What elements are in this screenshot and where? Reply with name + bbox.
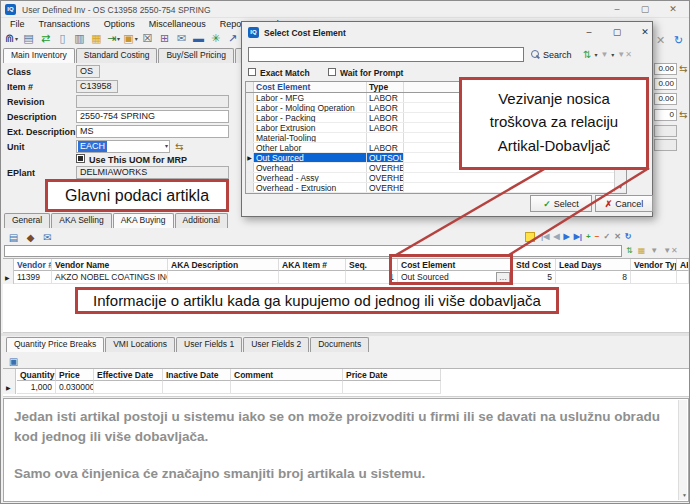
cell-price_date[interactable] (343, 381, 441, 394)
cell-comment[interactable] (231, 381, 343, 394)
copy-grid-icon[interactable]: ▣ (6, 353, 21, 369)
menu-transactions[interactable]: Transactions (32, 18, 97, 30)
cell-quantity[interactable]: 1,000 (17, 381, 56, 394)
cancel-edit-icon[interactable]: ✕ (614, 232, 621, 241)
tab-general[interactable]: General (4, 213, 50, 228)
tab-aka-buying[interactable]: AKA Buying (113, 213, 174, 228)
cell-vendor_name[interactable]: AKZO NOBEL COATINGS INC (52, 271, 168, 284)
post-edit-icon[interactable]: ✓ (603, 232, 610, 241)
col-effective-date[interactable]: Effective Date (94, 369, 163, 381)
tab-main-inventory[interactable]: Main Inventory (3, 48, 75, 63)
cell-inactive_date[interactable] (163, 381, 231, 394)
vendor-icon[interactable]: ◆ (23, 229, 38, 245)
scroll-down-icon[interactable]: ▼ (679, 492, 690, 498)
side-field-5[interactable] (654, 139, 677, 151)
cancel-button[interactable]: ✗ Cancel (595, 195, 653, 212)
column-type[interactable]: Type (367, 82, 404, 92)
maximize-icon[interactable]: ▢ (608, 25, 626, 39)
scroll-down-icon[interactable]: ▼ (615, 184, 626, 190)
browse-icon[interactable]: ▣▾ (123, 30, 138, 46)
col-vendor-type[interactable]: Vendor Type (631, 259, 677, 271)
email-icon[interactable]: ✉ (40, 229, 55, 245)
tab-additional[interactable]: Additional (175, 213, 228, 228)
cell-aka_description[interactable] (168, 271, 279, 284)
notes-scrollbar[interactable]: ▼ (678, 400, 687, 500)
col-aka-item[interactable]: AKA Item # (279, 259, 346, 271)
search-input[interactable] (248, 47, 524, 62)
side-link-icon[interactable]: ⇆ (679, 63, 687, 75)
chevron-down-icon[interactable]: ▾ (117, 35, 120, 42)
sort-menu-icon[interactable]: ▾ (594, 51, 597, 58)
menu-miscellaneous[interactable]: Miscellaneous (142, 18, 213, 30)
chart-icon[interactable]: ↗ (225, 30, 240, 46)
col-vendor[interactable]: Vendor # (14, 259, 52, 271)
col-inactive-date[interactable]: Inactive Date (163, 369, 231, 381)
cell-aka_item[interactable] (279, 271, 346, 284)
col-aka-description[interactable]: AKA Description (168, 259, 279, 271)
side-link-icon[interactable]: ⇆ (679, 109, 687, 121)
cell-lead_days[interactable]: 8 (556, 271, 631, 284)
system-setup-icon[interactable]: ✳ (208, 30, 223, 46)
col-comment[interactable]: Comment (231, 369, 343, 381)
cancel-icon[interactable]: ✕ (653, 32, 668, 48)
col-lead-days[interactable]: Lead Days (556, 259, 631, 271)
sort-icon[interactable]: ⇅ (583, 49, 591, 60)
cost-element-row[interactable]: Overhead - ExtrusionOVERHEAD (246, 183, 626, 193)
filter-clear-icon[interactable]: ▼✕ (617, 50, 632, 59)
close-icon[interactable]: ✕ (663, 3, 683, 16)
copy-link-icon[interactable]: ⊞ (157, 30, 172, 46)
cell-aka_ext[interactable] (677, 271, 689, 284)
menu-options[interactable]: Options (97, 18, 142, 30)
tab-buy-sell-pricing[interactable]: Buy/Sell Pricing (158, 48, 234, 63)
tab-standard-costing[interactable]: Standard Costing (76, 48, 158, 63)
chevron-down-icon[interactable]: ▾ (135, 35, 138, 42)
print-preview-icon[interactable]: ▤ (21, 30, 36, 46)
print-icon[interactable]: ▥ (72, 30, 87, 46)
search-icon[interactable] (531, 50, 540, 59)
first-record-icon[interactable]: |◀ (541, 232, 549, 241)
cell-vendor_no[interactable]: 11399 (14, 271, 52, 284)
col-price[interactable]: Price (56, 369, 94, 381)
close-icon[interactable]: ✕ (636, 25, 654, 39)
tab-aka-selling[interactable]: AKA Selling (51, 213, 111, 228)
filter-menu-icon[interactable]: ▾ (611, 51, 614, 58)
unit-combobox[interactable]: EACH▾ (76, 140, 170, 153)
cell-price[interactable]: 0.030000 (56, 381, 94, 394)
refresh-icon[interactable]: ↻ (625, 232, 632, 241)
tab-vmi-locations[interactable]: VMI Locations (105, 337, 175, 352)
side-field-2[interactable]: 0.00 (654, 93, 677, 105)
search-label[interactable]: Search (543, 50, 572, 60)
cell-std_cost[interactable]: 5 (513, 271, 556, 284)
last-record-icon[interactable]: ▶| (574, 232, 582, 241)
find-icon[interactable]: ⋒▾ (4, 30, 19, 46)
next-record-icon[interactable]: ▶ (564, 232, 570, 241)
filter-clear-icon[interactable]: ▼✕ (663, 246, 678, 255)
refresh-icon[interactable]: ↻ (671, 32, 686, 48)
transfer-icon[interactable]: ⇄ (38, 30, 53, 46)
exit-icon[interactable]: ⇥▾ (106, 30, 121, 46)
side-field-0[interactable]: 0.00 (654, 63, 677, 75)
field-class[interactable]: OS (76, 65, 100, 78)
field-description[interactable]: 2550-754 SPRING (76, 110, 229, 123)
chevron-down-icon[interactable]: ▾ (165, 141, 168, 152)
col-aka-ext[interactable]: AKA Ext (677, 259, 689, 271)
cost-element-row[interactable]: Overhead - AssyOVERHEAD (246, 173, 626, 183)
grid-filter-input[interactable] (4, 245, 622, 257)
minimize-icon[interactable]: – (580, 25, 598, 39)
cell-effective_date[interactable] (94, 381, 163, 394)
field-ext-description[interactable]: MS (76, 125, 229, 138)
tab-documents[interactable]: Documents (310, 337, 369, 352)
cell-vendor_type[interactable] (631, 271, 677, 284)
report-icon[interactable]: ▬ (191, 30, 206, 46)
maximize-icon[interactable]: ▢ (635, 3, 655, 16)
delete-record-icon[interactable]: − (595, 232, 600, 241)
filter-icon[interactable]: ▼ (650, 246, 658, 255)
new-document-icon[interactable]: ▯ (55, 30, 70, 46)
side-field-1[interactable]: 0.00 (654, 78, 677, 90)
field-revision[interactable] (76, 95, 229, 108)
uom-mrp-checkbox[interactable]: Use This UOM for MRP (76, 154, 196, 165)
uom-conversion-icon[interactable]: ⇆ (175, 141, 183, 153)
tab-user-fields-1[interactable]: User Fields 1 (176, 337, 242, 352)
prior-record-icon[interactable]: ◀ (553, 232, 559, 241)
select-button[interactable]: ✓ Select (530, 195, 592, 212)
